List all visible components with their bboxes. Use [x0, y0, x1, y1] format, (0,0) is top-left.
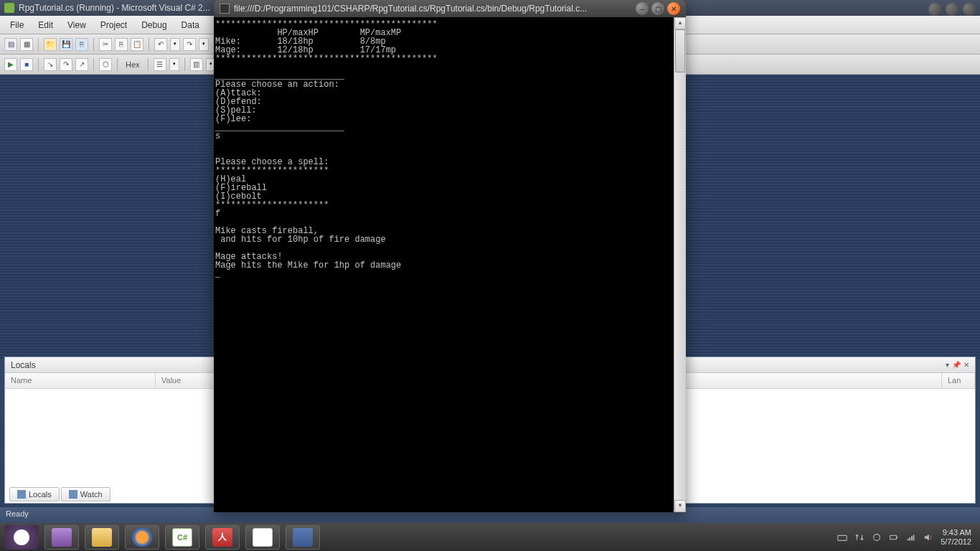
paste-icon[interactable]: 📋: [131, 38, 143, 51]
desk-maximize-icon[interactable]: [946, 3, 958, 16]
console-window-controls: – ▢ ✕: [636, 2, 680, 15]
vs-app-icon: [4, 3, 14, 13]
tab-locals-label: Locals: [29, 490, 52, 499]
volume-icon[interactable]: [923, 532, 933, 542]
menu-file[interactable]: File: [3, 17, 31, 33]
thread-dropdown-icon[interactable]: ▾: [169, 58, 179, 71]
save-all-icon[interactable]: ⎘: [75, 38, 88, 51]
hex-toggle[interactable]: Hex: [123, 60, 143, 69]
clock-time: 9:43 AM: [941, 528, 971, 537]
console-body: ****************************************…: [214, 17, 686, 512]
tab-locals[interactable]: Locals: [9, 487, 60, 501]
output-icon[interactable]: ▥: [190, 58, 203, 71]
console-output[interactable]: ****************************************…: [214, 17, 674, 512]
network-sync-icon[interactable]: [872, 532, 882, 542]
keyboard-icon[interactable]: [837, 532, 847, 542]
menu-debug[interactable]: Debug: [134, 17, 174, 33]
menu-data[interactable]: Data: [174, 17, 207, 33]
redo-dropdown-icon[interactable]: ▾: [199, 38, 209, 51]
scroll-track[interactable]: [674, 29, 686, 500]
locals-panel-title: Locals: [11, 360, 36, 370]
close-icon[interactable]: ✕: [667, 2, 680, 15]
pdf-icon: 人: [212, 528, 232, 547]
open-folder-icon[interactable]: 📁: [44, 38, 57, 51]
thread-icon[interactable]: ☰: [154, 58, 166, 71]
locals-tab-icon: [17, 490, 26, 499]
console-titlebar[interactable]: file:///D:/Programming101/CSHARP/RpgTuto…: [214, 0, 686, 17]
ubuntu-launcher-button[interactable]: [4, 525, 39, 550]
battery-icon[interactable]: [889, 532, 899, 542]
locals-tabs: Locals Watch: [5, 486, 115, 503]
clock-date: 5/7/2012: [941, 537, 971, 547]
notes-icon: [253, 528, 273, 547]
folder-icon: [92, 528, 112, 547]
step-out-icon[interactable]: ↗: [75, 58, 88, 71]
taskbar-app-firefox[interactable]: [125, 525, 159, 550]
redo-icon[interactable]: ↷: [183, 38, 196, 51]
scroll-thumb[interactable]: [675, 29, 685, 72]
panel-pin-icon[interactable]: 📌: [952, 361, 961, 369]
menu-project[interactable]: Project: [93, 17, 134, 33]
taskbar-app-csharp[interactable]: C#: [165, 525, 199, 550]
add-item-icon[interactable]: ▦: [20, 38, 33, 51]
editor-icon: [293, 528, 313, 547]
vs-title-text: RpgTutorial.cs (Running) - Microsoft Vis…: [19, 3, 210, 13]
continue-icon[interactable]: ▶: [4, 58, 17, 71]
undo-dropdown-icon[interactable]: ▾: [170, 38, 180, 51]
stop-icon[interactable]: ■: [20, 58, 33, 71]
maximize-icon[interactable]: ▢: [651, 2, 664, 15]
desk-close-icon[interactable]: [963, 3, 976, 16]
undo-icon[interactable]: ↶: [154, 38, 167, 51]
scroll-up-icon[interactable]: ▲: [674, 17, 686, 29]
pidgin-icon: [52, 528, 72, 547]
toolbar-sep: [38, 58, 39, 71]
console-scrollbar[interactable]: ▲ ▼: [674, 17, 686, 512]
breakpoint-icon[interactable]: ⬡: [99, 58, 112, 71]
svg-rect-6: [913, 534, 915, 540]
taskbar-app-files[interactable]: [85, 525, 119, 550]
vs-status-text: Ready: [6, 509, 29, 518]
locals-col-name[interactable]: Name: [5, 373, 156, 388]
toolbar-sep: [93, 38, 94, 51]
taskbar-app-notes[interactable]: [245, 525, 280, 550]
svg-rect-4: [910, 537, 911, 540]
toolbar-sep: [148, 58, 149, 71]
copy-icon[interactable]: ⎘: [115, 38, 128, 51]
new-project-icon[interactable]: ▤: [4, 38, 17, 51]
minimize-icon[interactable]: –: [636, 2, 649, 15]
clock[interactable]: 9:43 AM 5/7/2012: [941, 528, 976, 547]
watch-tab-icon: [69, 490, 77, 499]
step-over-icon[interactable]: ↷: [60, 58, 72, 71]
scroll-down-icon[interactable]: ▼: [674, 500, 686, 512]
cut-icon[interactable]: ✂: [99, 38, 112, 51]
tab-watch-label: Watch: [80, 490, 103, 499]
menu-view[interactable]: View: [60, 17, 93, 33]
step-into-icon[interactable]: ↘: [44, 58, 57, 71]
toolbar-sep: [38, 38, 39, 51]
toolbar-sep: [117, 58, 118, 71]
ubuntu-logo-icon: [14, 529, 29, 545]
svg-rect-0: [838, 535, 847, 540]
desk-minimize-icon[interactable]: [928, 3, 941, 16]
panel-dropdown-icon[interactable]: ▾: [946, 361, 949, 369]
desktop-window-controls: [928, 3, 976, 16]
taskbar: C# 人 9:43 AM 5/7/2012: [0, 523, 980, 551]
tab-watch[interactable]: Watch: [61, 487, 110, 501]
taskbar-app-pdf[interactable]: 人: [205, 525, 240, 550]
console-app-icon: [220, 4, 230, 14]
svg-rect-1: [890, 535, 897, 539]
svg-rect-3: [908, 538, 909, 540]
wifi-icon[interactable]: [906, 532, 916, 542]
firefox-icon: [132, 528, 152, 547]
menu-edit[interactable]: Edit: [31, 17, 60, 33]
panel-close-icon[interactable]: ✕: [963, 361, 969, 369]
console-window: file:///D:/Programming101/CSHARP/RpgTuto…: [214, 0, 686, 512]
taskbar-app-pidgin[interactable]: [44, 525, 79, 550]
network-updown-icon[interactable]: [854, 532, 864, 542]
system-tray: 9:43 AM 5/7/2012: [837, 528, 976, 547]
csharp-icon: C#: [172, 528, 192, 547]
save-icon[interactable]: 💾: [60, 38, 72, 51]
toolbar-sep: [184, 58, 185, 71]
locals-col-lang[interactable]: Lan: [942, 373, 975, 388]
taskbar-app-editor[interactable]: [286, 525, 320, 550]
